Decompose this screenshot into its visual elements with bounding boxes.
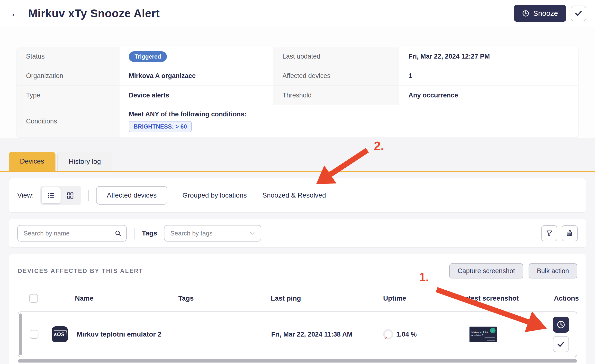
tab-history-log[interactable]: History log (57, 152, 112, 171)
filter-button[interactable] (541, 225, 557, 241)
row-snooze-button[interactable] (553, 317, 569, 333)
view-mode-toggle (40, 186, 81, 205)
sos-logo: sOS (53, 330, 67, 338)
search-by-name-box (17, 225, 127, 242)
confirm-button[interactable] (571, 6, 586, 21)
clock-icon (557, 320, 565, 329)
alert-summary-table: Status Triggered Last updated Fri, Mar 2… (17, 47, 578, 138)
threshold-value: Any occurrence (399, 86, 578, 105)
thumbnail-title: Mirkuv teplotni emulator 2 (471, 331, 490, 337)
device-name-link[interactable]: Mirkuv teplotni emulator 2 (77, 330, 162, 338)
broom-icon (566, 230, 573, 237)
threshold-label: Threshold (273, 86, 399, 105)
status-value-cell: Triggered (119, 47, 273, 66)
section-heading: DEVICES AFFECTED BY THIS ALERT (18, 268, 143, 274)
tab-strip: Devices History log (0, 138, 595, 172)
uptime-ring-icon (383, 329, 393, 339)
latest-screenshot-thumbnail[interactable]: Mirkuv teplotni emulator 2 ✓ (469, 327, 497, 342)
column-actions: Actions (550, 295, 579, 302)
view-label: View: (17, 191, 34, 199)
type-value: Device alerts (119, 86, 273, 105)
search-by-tags-select[interactable]: Search by tags (164, 225, 261, 242)
page-title: Mirkuv xTy Snooze Alert (28, 7, 160, 20)
chevron-down-icon (249, 230, 255, 236)
search-icon (115, 230, 121, 237)
affected-devices-view-button[interactable]: Affected devices (96, 186, 167, 205)
bulk-action-button[interactable]: Bulk action (529, 263, 577, 278)
divider (88, 190, 89, 201)
thumbnail-detail-line (485, 337, 495, 338)
grid-view-icon (66, 191, 74, 199)
conditions-intro: Meet ANY of the following conditions: (129, 111, 246, 118)
device-row-checkbox[interactable] (30, 330, 38, 339)
status-label: Status (17, 47, 119, 66)
organization-label: Organization (17, 66, 119, 86)
top-bar: ← Mirkuv xTy Snooze Alert Snooze (0, 0, 595, 27)
device-row: sOS Mirkuv teplotni emulator 2 Fri, Mar … (18, 312, 577, 357)
column-name: Name (49, 295, 161, 302)
device-uptime-cell: 1.04 % (369, 329, 454, 339)
divider (175, 190, 175, 201)
search-by-tags-placeholder: Search by tags (170, 230, 212, 237)
capture-screenshot-button[interactable]: Capture screenshot (449, 263, 523, 278)
column-tags: Tags (161, 295, 254, 302)
list-view-button[interactable] (42, 187, 61, 203)
row-resolve-button[interactable] (553, 336, 569, 352)
last-updated-value: Fri, Mar 22, 2024 12:27 PM (399, 47, 578, 66)
device-os-icon: sOS (52, 326, 68, 342)
list-view-icon (47, 191, 55, 199)
column-latest-screenshot: Latest screenshot (453, 295, 550, 302)
affected-devices-label: Affected devices (273, 66, 399, 86)
device-uptime-value: 1.04 % (396, 331, 417, 338)
view-bar: View: Affected devices Grouped by locati… (9, 178, 586, 213)
column-last-ping: Last ping (254, 295, 368, 302)
select-all-checkbox[interactable] (29, 294, 38, 303)
funnel-icon (546, 230, 553, 237)
conditions-label: Conditions (17, 105, 119, 138)
type-label: Type (17, 86, 119, 105)
grouped-by-locations-link[interactable]: Grouped by locations (182, 191, 247, 199)
thumbnail-detail-line (482, 339, 495, 339)
check-icon (575, 9, 582, 17)
column-uptime: Uptime (368, 295, 453, 302)
clock-icon (522, 10, 529, 17)
clear-filters-button[interactable] (562, 225, 578, 241)
grid-view-button[interactable] (61, 187, 80, 203)
device-table-header: Name Tags Last ping Uptime Latest screen… (18, 294, 577, 303)
tab-devices[interactable]: Devices (9, 152, 55, 171)
vertical-scrollbar[interactable] (19, 313, 22, 355)
snooze-button[interactable]: Snooze (514, 5, 566, 22)
check-icon (557, 340, 565, 348)
thumbnail-detail-line (487, 340, 495, 341)
filter-bar: Tags Search by tags (9, 219, 586, 248)
check-circle-icon: ✓ (490, 328, 496, 333)
back-button[interactable]: ← (9, 8, 22, 18)
status-badge: Triggered (129, 51, 167, 62)
organization-value: Mirkova A organizace (119, 66, 273, 86)
search-by-name-input[interactable] (24, 230, 115, 237)
horizontal-scrollbar[interactable] (18, 359, 577, 363)
snoozed-resolved-link[interactable]: Snoozed & Resolved (262, 191, 326, 199)
conditions-value-cell: Meet ANY of the following conditions: BR… (119, 105, 578, 138)
condition-badge: BRIGHTNESS: > 60 (129, 121, 192, 132)
devices-affected-section: DEVICES AFFECTED BY THIS ALERT Capture s… (9, 254, 586, 364)
snooze-button-label: Snooze (533, 9, 558, 17)
last-updated-label: Last updated (273, 47, 399, 66)
device-last-ping: Fri, Mar 22, 2024 11:38 AM (254, 331, 369, 338)
divider (134, 228, 135, 239)
affected-devices-value: 1 (399, 66, 578, 86)
tags-label: Tags (142, 229, 157, 237)
